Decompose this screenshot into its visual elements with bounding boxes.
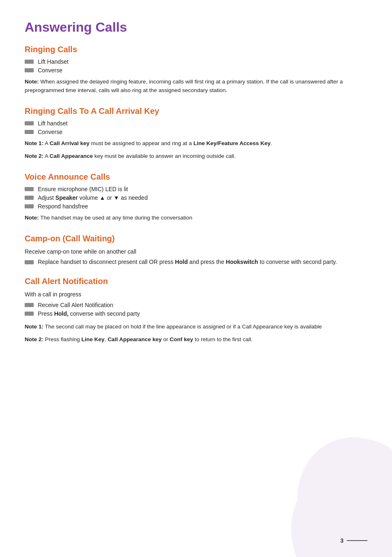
note-text: must be assigned to appear and ring at a (90, 140, 194, 146)
voice-announce-heading: Voice Announce Calls (25, 172, 367, 182)
section-ringing-calls: Ringing Calls Lift Handset Converse Note… (25, 45, 367, 95)
list-item: Respond handsfree (25, 203, 367, 210)
bold-callappearance: Call Appearance key (108, 336, 162, 342)
note-text: , (104, 336, 108, 342)
bullet-icon (25, 303, 34, 307)
page-title: Answering Calls (25, 20, 367, 35)
note-text: . (271, 140, 272, 146)
note-bold: Line Key/Feature Access Key (194, 140, 271, 146)
ringing-calls-heading: Ringing Calls (25, 45, 367, 54)
ringing-calls-arrival-heading: Ringing Calls To A Call Arrival Key (25, 106, 367, 116)
note-voice-announce: Note: The handset may be used at any tim… (25, 214, 367, 222)
bold-linekey: Line Key (81, 336, 104, 342)
bullet-text: Converse (38, 67, 62, 74)
note2-call-alert: Note 2: Press flashing Line Key, Call Ap… (25, 335, 367, 344)
list-item: Lift Handset (25, 58, 367, 65)
bullet-text: Converse (38, 129, 62, 135)
bullet-text: Press Hold, converse with second party (38, 310, 140, 317)
bullet-icon (25, 60, 34, 64)
page-number-container: 3 (340, 537, 367, 544)
note-bold: Call Appearance (50, 153, 93, 159)
camp-on-plain: Receive camp-on tone while on another ca… (25, 247, 367, 257)
list-item: Lift handset (25, 120, 367, 127)
section-voice-announce: Voice Announce Calls Ensure microphone (… (25, 172, 367, 222)
note-text: When assigned the delayed ringing featur… (25, 79, 343, 93)
note-text: The second call may be placed on hold if… (45, 324, 322, 330)
bold-hold2: Hold, (54, 310, 69, 317)
list-item: Receive Call Alert Notification (25, 302, 367, 308)
note-label: Note 1: (25, 324, 44, 330)
bullet-text: Respond handsfree (38, 203, 88, 210)
note-label: Note: (25, 79, 39, 85)
bullet-icon (25, 312, 34, 316)
list-item: Ensure microphone (MIC) LED is lit (25, 186, 367, 192)
note-label: Note 1: (25, 140, 44, 146)
bullet-icon (25, 260, 34, 264)
note-text: A (45, 153, 50, 159)
note-bold: Call Arrival key (50, 140, 90, 146)
bullet-text: Lift handset (38, 120, 67, 127)
note-label: Note 2: (25, 153, 44, 159)
bullet-icon (25, 204, 34, 208)
note-text: The handset may be used at any time duri… (40, 215, 192, 221)
bullet-text: Ensure microphone (MIC) LED is lit (38, 186, 128, 192)
list-item: Replace handset to disconnect present ca… (25, 259, 367, 265)
page-number-text: 3 (340, 537, 344, 544)
note1-arrival: Note 1: A Call Arrival key must be assig… (25, 139, 367, 148)
bullet-text: Replace handset to disconnect present ca… (38, 259, 337, 265)
note-text: key must be available to answer an incom… (93, 153, 235, 159)
section-ringing-calls-arrival: Ringing Calls To A Call Arrival Key Lift… (25, 106, 367, 161)
bullet-text: Lift Handset (38, 58, 69, 65)
note-text: A (45, 140, 50, 146)
list-item: Press Hold, converse with second party (25, 310, 367, 317)
bold-hookswitch: Hookswitch (226, 259, 258, 265)
list-item: Adjust Speaker volume ▲ or ▼ as needed (25, 194, 367, 201)
bullet-icon (25, 187, 34, 191)
camp-on-heading: Camp-on (Call Waiting) (25, 234, 367, 243)
note-label: Note 2: (25, 336, 44, 342)
note1-call-alert: Note 1: The second call may be placed on… (25, 323, 367, 331)
bold-speaker: Speaker (55, 194, 78, 201)
call-alert-plain: With a call in progress (25, 290, 367, 299)
bold-confkey: Conf key (170, 336, 193, 342)
bullet-text: Adjust Speaker volume ▲ or ▼ as needed (38, 194, 148, 201)
note-text: Press flashing (45, 336, 82, 342)
note-text: to return to the first call. (193, 336, 253, 342)
note-text: or (161, 336, 170, 342)
note-ringing-calls: Note: When assigned the delayed ringing … (25, 78, 367, 95)
note-label: Note: (25, 215, 39, 221)
section-call-alert: Call Alert Notification With a call in p… (25, 277, 367, 344)
bold-hold: Hold (175, 259, 188, 265)
bullet-icon (25, 130, 34, 134)
list-item: Converse (25, 67, 367, 74)
svg-point-1 (274, 462, 392, 557)
bullet-icon (25, 121, 34, 125)
list-item: Converse (25, 129, 367, 135)
bullet-icon (25, 196, 34, 200)
bullet-icon (25, 68, 34, 72)
section-camp-on: Camp-on (Call Waiting) Receive camp-on t… (25, 234, 367, 266)
note2-arrival: Note 2: A Call Appearance key must be av… (25, 152, 367, 161)
call-alert-heading: Call Alert Notification (25, 277, 367, 286)
bullet-text: Receive Call Alert Notification (38, 302, 113, 308)
page-number-line (347, 540, 367, 541)
svg-point-0 (269, 412, 392, 557)
